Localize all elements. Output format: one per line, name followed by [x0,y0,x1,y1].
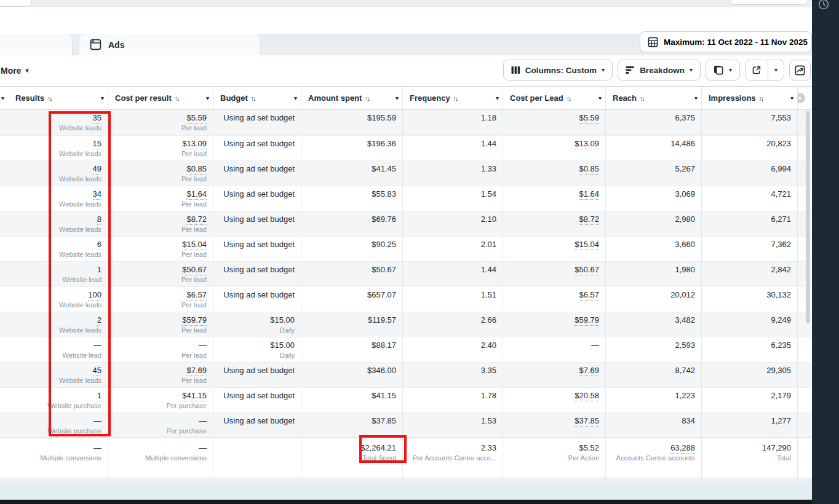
column-header-reach[interactable]: Reach↑↓▾ [606,87,702,109]
column-label: Results↑↓ [15,93,51,103]
metric-sublabel: Website purchase [11,427,101,436]
cell-results: 2Website leads [9,312,108,337]
metric-value: $5.52 [506,443,599,453]
table-row[interactable]: 49Website leads$0.85Per leadUsing ad set… [0,160,812,186]
metric-sublabel: Per Accounts Centre acco... [405,454,496,463]
table-row[interactable]: 45Website leads$7.69Per leadUsing ad set… [0,362,812,387]
metric-sublabel: Per lead [111,301,207,310]
cell-results: 15Website leads [9,135,108,160]
chevron-down-icon: ▾ [598,95,602,101]
columns-button[interactable]: Columns: Custom ▾ [503,60,613,81]
cell-amount_spent: $41.45 [301,160,403,186]
column-header-budget[interactable]: Budget↑↓▾ [213,87,301,109]
column-header-results[interactable]: Results↑↓▾ [9,87,108,109]
table-totals-row: —Multiple conversions—Multiple conversio… [0,438,812,478]
cell-amount_spent: $88.17 [301,337,403,362]
metric-value: $5.59 [111,113,207,123]
tab-adsets-partial[interactable] [0,34,73,55]
cell-reach: 2,593 [606,337,702,362]
cell-reach: 5,267 [606,160,702,186]
chevron-down-icon: ▾ [25,68,28,74]
cell-results: —Multiple conversions [9,438,108,478]
metric-value: $50.67 [111,265,207,275]
column-header-cost_per_result[interactable]: Cost per result↑↓▾ [108,87,213,109]
table-row[interactable]: 1Website purchase$41.15Per purchaseUsing… [0,387,812,412]
metric-value: 3,660 [608,240,695,250]
cell-impressions: 2,179 [702,387,798,412]
cell-frequency: 1.53 [403,412,503,438]
column-label: Amount spent↑↓ [308,93,369,103]
bottom-gray-strip [0,478,812,484]
column-label: Budget↑↓ [220,93,255,103]
table-row[interactable]: —Website lead—Per lead$15.00Daily$88.172… [0,337,812,362]
chevron-down-icon: ▾ [774,67,777,73]
metric-value: 14,486 [608,139,695,149]
table-row[interactable]: 6Website leads$15.04Per leadUsing ad set… [0,236,812,261]
add-column-icon: + [798,93,805,103]
table-row[interactable]: 100Website leads$6.57Per leadUsing ad se… [0,286,812,312]
metric-value: 1.44 [405,265,496,275]
cell-reach: 20,012 [606,286,702,312]
table-row[interactable]: 1Website lead$50.67Per leadUsing ad set … [0,261,812,286]
cell-budget: $15.00Daily [213,337,301,362]
cell-cost_per_lead: $6.57 [503,286,606,312]
metric-value: $15.00 [216,315,295,325]
cell-cost_per_lead: $0.85 [503,160,606,186]
table-row[interactable]: 2Website leads$59.79Per lead$15.00Daily$… [0,312,812,337]
table-row[interactable]: 15Website leads$13.09Per leadUsing ad se… [0,135,812,160]
metric-value: $2,264.21 [304,443,396,453]
metric-value: $119.57 [304,315,396,325]
add-column-button[interactable]: + [798,87,811,109]
cell-budget [213,438,301,478]
column-header-frequency[interactable]: Frequency↑↓▾ [403,87,503,109]
table-row[interactable]: —Website purchase—Per purchaseUsing ad s… [0,412,812,438]
metric-value: $6.57 [506,290,599,300]
cell-impressions: 30,132 [702,286,798,312]
tab-ads[interactable]: Ads [79,34,260,55]
metric-sublabel: Website leads [11,149,101,159]
metric-value: 2.40 [405,341,496,350]
table-row[interactable]: 34Website leads$1.64Per leadUsing ad set… [0,186,812,211]
metric-value: $15.04 [111,240,207,250]
metric-value: 834 [608,416,695,426]
table-toolbar: Columns: Custom ▾ Breakdown ▾ ▾ ▾ [503,60,811,81]
metric-value: Using ad set budget [216,240,295,250]
cell-stub [0,337,9,362]
chevron-down-icon: ▾ [694,95,698,101]
column-header-amount_spent[interactable]: Amount spent↑↓▾ [301,87,403,109]
table-row[interactable]: 8Website leads$8.72Per leadUsing ad set … [0,211,812,236]
date-range-button[interactable]: Maximum: 11 Oct 2022 - 11 Nov 2025 ▾ [640,31,812,52]
cell-stub [0,160,9,186]
metric-value: 6,375 [608,113,695,123]
table-row[interactable]: 35Website leads$5.59Per leadUsing ad set… [0,110,812,135]
metric-value: 30,132 [704,290,791,300]
cell-cost_per_result: —Per lead [108,337,213,362]
cell-results: 8Website leads [9,211,108,236]
more-button[interactable]: More ▾ [0,61,32,80]
cell-results: 34Website leads [9,186,108,211]
cell-amount_spent: $37.85 [301,412,403,438]
sort-icon: ↑↓ [640,95,644,102]
column-stub-menu[interactable]: ▾ [0,87,9,109]
metric-value: 6 [11,240,101,250]
column-label: Reach↑↓ [613,93,644,103]
column-header-cost_per_lead[interactable]: Cost per Lead↑↓▾ [503,87,606,109]
metric-value: 1,277 [704,416,791,426]
metric-value: $6.57 [111,290,207,300]
export-options-caret[interactable]: ▾ [768,60,784,80]
column-header-impressions[interactable]: Impressions↑↓▾ [702,87,798,109]
cell-frequency: 1.33 [403,160,503,186]
cell-frequency: 1.51 [403,286,503,312]
metric-sublabel: Website leads [11,326,101,335]
partial-top-button-right[interactable] [730,0,808,5]
partial-top-button-left[interactable] [0,0,32,7]
export-button[interactable] [746,60,768,80]
view-charts-button[interactable] [789,60,811,81]
metric-value: 2.66 [405,315,496,325]
metric-value: 8,742 [608,366,695,376]
reports-button[interactable]: ▾ [706,60,740,81]
column-label: Frequency↑↓ [410,93,457,103]
clock-icon[interactable] [817,0,830,10]
vertical-scrollbar-thumb[interactable] [806,111,810,323]
breakdown-button[interactable]: Breakdown ▾ [618,60,701,81]
